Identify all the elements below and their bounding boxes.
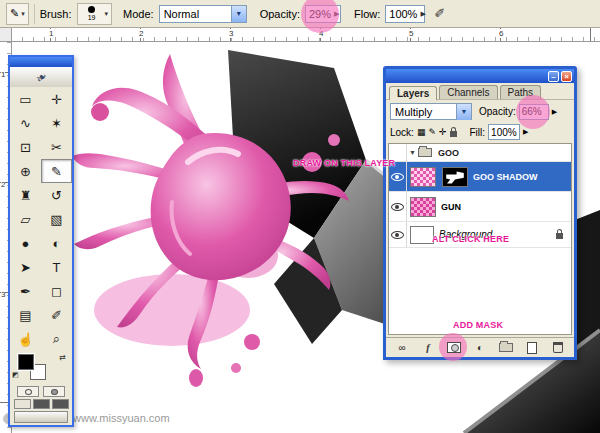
- layer-mask-thumbnail[interactable]: [442, 167, 468, 187]
- spinner-arrow-icon[interactable]: ▶: [523, 128, 528, 136]
- lock-all-icon[interactable]: [450, 131, 457, 137]
- zoom-tool[interactable]: ⌕: [41, 327, 72, 351]
- divider: [34, 4, 35, 24]
- visibility-toggle[interactable]: [389, 222, 407, 247]
- photoshop-window: ✎ ▾ Brush: 19 ▾ Mode: Normal ▼ Opacity: …: [0, 0, 600, 433]
- eye-icon: [391, 173, 404, 181]
- layer-thumbnail[interactable]: [410, 167, 436, 187]
- layer-opacity-input[interactable]: 66%: [519, 104, 549, 120]
- marquee-icon: ▭: [19, 92, 31, 107]
- visibility-toggle[interactable]: [389, 192, 407, 221]
- tool-preset-picker[interactable]: ✎ ▾: [6, 3, 29, 25]
- path-selection-tool[interactable]: ➤: [10, 255, 41, 279]
- eye-icon: [391, 203, 404, 211]
- layer-row-goo-shadow[interactable]: GOO SHADOW: [389, 162, 571, 192]
- rect-marquee-tool[interactable]: ▭: [10, 87, 41, 111]
- opacity-label: Opacity:: [479, 106, 516, 117]
- spinner-arrow-icon[interactable]: ▶: [334, 10, 339, 18]
- blur-tool[interactable]: ●: [10, 231, 41, 255]
- lock-transparency-icon[interactable]: ▦: [417, 127, 426, 137]
- fill-input[interactable]: 100%: [488, 124, 520, 140]
- lasso-tool[interactable]: ∿: [10, 111, 41, 135]
- close-button[interactable]: ×: [561, 71, 572, 82]
- magic-wand-tool[interactable]: ✶: [41, 111, 72, 135]
- healing-brush-tool[interactable]: ⊕: [10, 159, 41, 183]
- type-tool[interactable]: T: [41, 255, 72, 279]
- gradient-tool[interactable]: ▧: [41, 207, 72, 231]
- crop-tool[interactable]: ⊡: [10, 135, 41, 159]
- color-swatches: ⇄ ◩: [10, 351, 72, 385]
- clone-stamp-tool[interactable]: ♜: [10, 183, 41, 207]
- history-brush-tool[interactable]: ↺: [41, 183, 72, 207]
- toolbox-titlebar[interactable]: [10, 57, 72, 67]
- quick-mask-button[interactable]: [43, 386, 65, 397]
- airbrush-icon[interactable]: ✐: [434, 6, 445, 21]
- move-tool[interactable]: ✛: [41, 87, 72, 111]
- layer-name: GUN: [441, 202, 461, 212]
- ruler-number: 6: [498, 29, 504, 38]
- opacity-input[interactable]: 29% ▶: [305, 5, 341, 23]
- layer-group-row[interactable]: ▼ GOO: [389, 144, 571, 162]
- lock-icon: [556, 233, 563, 239]
- layers-panel-titlebar[interactable]: – ×: [386, 69, 574, 83]
- fullscreen-button[interactable]: [52, 399, 69, 409]
- spinner-arrow-icon[interactable]: ▶: [552, 108, 557, 116]
- quick-mask-row: [10, 385, 72, 398]
- default-colors-icon[interactable]: ◩: [12, 371, 19, 379]
- layer-thumbnail[interactable]: [410, 226, 434, 244]
- fill-value: 100%: [491, 127, 517, 138]
- standard-screen-button[interactable]: [14, 399, 31, 409]
- notes-tool[interactable]: ▤: [10, 303, 41, 327]
- link-icon: ∞: [398, 342, 405, 353]
- adjustment-layer-button[interactable]: ◐: [472, 341, 488, 355]
- slice-tool[interactable]: ✂: [41, 135, 72, 159]
- feather-logo-icon: ❧: [32, 68, 50, 87]
- pen-tool[interactable]: ✒: [10, 279, 41, 303]
- standard-mode-button[interactable]: [17, 386, 39, 397]
- eraser-tool[interactable]: ▱: [10, 207, 41, 231]
- new-group-button[interactable]: [498, 341, 514, 355]
- layer-name: GOO SHADOW: [473, 172, 538, 182]
- horizontal-ruler[interactable]: 1 2 3 4 5 6: [0, 28, 600, 42]
- zoom-icon: ⌕: [53, 331, 60, 347]
- tab-channels[interactable]: Channels: [439, 85, 497, 99]
- lock-pixels-icon[interactable]: ✎: [428, 127, 436, 137]
- hand-icon: ☝: [17, 332, 33, 347]
- brush-size: 19: [88, 14, 96, 21]
- minimize-button[interactable]: –: [548, 71, 559, 82]
- lock-label: Lock:: [390, 127, 414, 138]
- layer-row-gun[interactable]: GUN: [389, 192, 571, 222]
- layer-thumbnail[interactable]: [410, 197, 436, 217]
- ruler-number: 1: [1, 70, 5, 79]
- eye-icon: [391, 231, 404, 239]
- layer-blend-mode-select[interactable]: Multiply ▼: [390, 103, 472, 120]
- swap-colors-icon[interactable]: ⇄: [59, 353, 66, 362]
- shape-tool[interactable]: ◻: [41, 279, 72, 303]
- brush-tip-icon: [88, 6, 95, 13]
- blend-mode-select[interactable]: Normal ▼: [159, 5, 247, 23]
- new-layer-button[interactable]: [524, 341, 540, 355]
- brush-preset-picker[interactable]: 19 ▾: [77, 3, 113, 25]
- imageready-button[interactable]: [14, 411, 68, 423]
- tab-layers[interactable]: Layers: [389, 86, 437, 100]
- type-icon: T: [53, 260, 61, 275]
- brush-tool[interactable]: ✎: [41, 159, 72, 183]
- new-layer-icon: [527, 342, 537, 354]
- flow-label: Flow:: [354, 8, 380, 20]
- tool-grid: ▭ ✛ ∿ ✶ ⊡ ✂ ⊕ ✎ ♜ ↺ ▱ ▧ ● ◐ ➤ T ✒ ◻ ▤ ✐ …: [10, 87, 72, 351]
- layer-style-button[interactable]: f: [420, 341, 436, 355]
- expand-triangle-icon[interactable]: ▼: [409, 149, 416, 156]
- fullscreen-menubar-button[interactable]: [33, 399, 50, 409]
- tab-paths[interactable]: Paths: [500, 85, 542, 99]
- dodge-tool[interactable]: ◐: [41, 231, 72, 255]
- delete-layer-button[interactable]: [550, 341, 566, 355]
- add-layer-mask-button[interactable]: [446, 341, 462, 355]
- flow-input[interactable]: 100% ▶: [385, 5, 425, 23]
- foreground-color-swatch[interactable]: [18, 354, 34, 370]
- spinner-arrow-icon[interactable]: ▶: [420, 10, 425, 18]
- link-layers-button[interactable]: ∞: [394, 341, 410, 355]
- eyedropper-tool[interactable]: ✐: [41, 303, 72, 327]
- hand-tool[interactable]: ☝: [10, 327, 41, 351]
- lock-position-icon[interactable]: ✛: [439, 127, 447, 137]
- blend-mode-value: Multiply: [391, 106, 456, 118]
